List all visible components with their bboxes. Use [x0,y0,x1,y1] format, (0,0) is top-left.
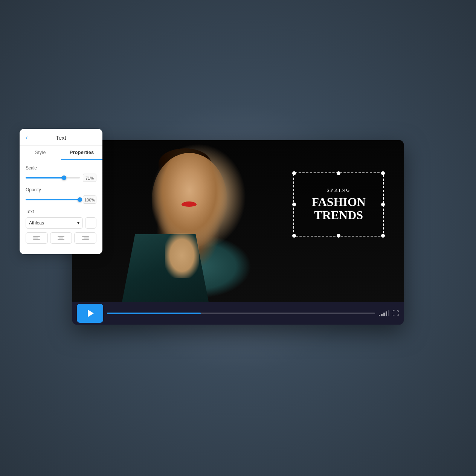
text-overlay-box[interactable]: SPRING FASHION TRENDS [293,172,384,236]
opacity-slider-row: 100% [26,195,96,204]
tabs-row: Style Properties [20,146,102,160]
handle-top-mid[interactable] [337,171,340,175]
handle-top-left[interactable] [292,171,296,175]
opacity-label: Opacity [26,187,96,192]
main-container: SPRING FASHION TRENDS [72,140,404,336]
font-name: Athleas [29,220,44,226]
handle-mid-left[interactable] [292,203,296,206]
signal-icon [379,310,389,316]
line-1 [33,236,40,236]
alignment-row [26,232,96,244]
opacity-value[interactable]: 100% [83,195,96,204]
align-center-button[interactable] [50,232,72,244]
model-lips [182,201,197,207]
font-row: Athleas ▾ [26,217,96,229]
overlay-spring-text: SPRING [326,187,351,193]
scale-value[interactable]: 71% [83,174,96,182]
align-right-button[interactable] [74,232,96,244]
line-2 [33,238,38,238]
text-control: Text Athleas ▾ [26,209,96,244]
handle-bottom-right[interactable] [381,234,385,238]
align-center-icon [58,236,64,240]
properties-panel: ‹ Text Style Properties Scale 71% [20,129,102,254]
back-button[interactable]: ‹ [26,134,27,141]
align-left-button[interactable] [26,232,48,244]
video-controls-bar: ⛶ [72,302,404,325]
model-hands [165,233,199,278]
play-icon [88,310,94,317]
progress-bar[interactable] [107,313,375,314]
tab-style[interactable]: Style [20,146,61,160]
panel-body: Scale 71% Opacity [20,160,102,254]
panel-title: Text [56,134,66,141]
signal-bar-3 [383,313,385,316]
opacity-slider-fill [26,199,80,200]
handle-top-right[interactable] [381,171,385,175]
panel-header: ‹ Text [20,129,102,146]
video-player: SPRING FASHION TRENDS [72,140,404,325]
line-2 [59,238,63,238]
align-left-icon [33,236,40,240]
controls-right: ⛶ [379,310,399,317]
signal-bar-1 [379,315,380,316]
opacity-control: Opacity 100% [26,187,96,204]
scale-slider-row: 71% [26,174,96,182]
line-1 [82,236,89,236]
scale-label: Scale [26,165,96,171]
line-2 [84,238,89,238]
scale-control: Scale 71% [26,165,96,182]
text-section-label: Text [26,209,96,214]
overlay-title: FASHION TRENDS [311,195,365,222]
color-swatch[interactable] [85,217,96,229]
line-1 [58,236,64,236]
signal-bar-4 [386,311,387,316]
scale-slider-fill [26,177,64,178]
handle-bottom-mid[interactable] [337,234,340,238]
tab-properties[interactable]: Properties [61,146,102,160]
progress-fill [107,313,201,314]
video-background: SPRING FASHION TRENDS [72,140,404,302]
scale-slider-track[interactable] [26,177,80,178]
handle-mid-right[interactable] [381,203,385,206]
line-3 [33,240,40,240]
line-3 [82,240,89,240]
play-button[interactable] [77,304,103,323]
scale-slider-thumb[interactable] [62,175,66,180]
chevron-down-icon: ▾ [77,220,79,226]
opacity-slider-thumb[interactable] [78,197,82,202]
font-select-dropdown[interactable]: Athleas ▾ [26,217,83,229]
signal-bar-5 [388,310,389,316]
line-3 [58,240,64,240]
align-right-icon [82,236,89,240]
opacity-slider-track[interactable] [26,199,80,200]
signal-bar-2 [381,314,383,316]
fullscreen-button[interactable]: ⛶ [392,310,399,317]
handle-bottom-left[interactable] [292,234,296,238]
